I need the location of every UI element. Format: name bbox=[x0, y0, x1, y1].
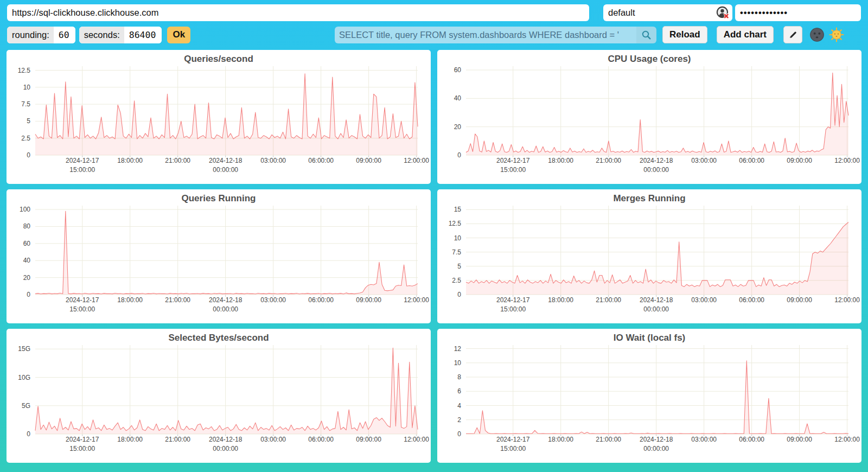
chart-plot-io-wait-local-fs[interactable]: 2024-12-1715:00:0018:00:0021:00:002024-1… bbox=[437, 329, 861, 463]
svg-text:40: 40 bbox=[23, 257, 31, 264]
chart-card-cpu-usage-cores: CPU Usage (cores)2024-12-1715:00:0018:00… bbox=[437, 50, 861, 184]
svg-text:0: 0 bbox=[27, 151, 30, 159]
svg-text:21:00:00: 21:00:00 bbox=[165, 157, 190, 164]
svg-text:15:00:00: 15:00:00 bbox=[500, 166, 526, 174]
svg-text:10: 10 bbox=[454, 359, 462, 367]
svg-text:03:00:00: 03:00:00 bbox=[691, 436, 717, 443]
toolbar-row: rounding: 60 seconds: 86400 Ok Reload Ad… bbox=[0, 21, 868, 43]
svg-text:2.5: 2.5 bbox=[452, 277, 461, 284]
chart-plot-queries-second[interactable]: 2024-12-1715:00:0018:00:0021:00:002024-1… bbox=[7, 50, 431, 184]
svg-text:00:00:00: 00:00:00 bbox=[213, 445, 238, 452]
sun-face-icon bbox=[829, 27, 844, 42]
svg-text:09:00:00: 09:00:00 bbox=[356, 296, 381, 304]
reload-button[interactable]: Reload bbox=[662, 26, 707, 43]
svg-text:2024-12-17: 2024-12-17 bbox=[496, 157, 530, 164]
svg-text:21:00:00: 21:00:00 bbox=[596, 436, 621, 443]
svg-text:15:00:00: 15:00:00 bbox=[69, 166, 95, 174]
svg-text:60: 60 bbox=[23, 240, 31, 247]
svg-text:2024-12-18: 2024-12-18 bbox=[640, 436, 673, 443]
svg-text:2024-12-17: 2024-12-17 bbox=[496, 296, 530, 304]
user-input[interactable] bbox=[603, 4, 732, 21]
url-input[interactable] bbox=[7, 4, 589, 21]
password-input[interactable] bbox=[735, 4, 861, 21]
seconds-field: seconds: 86400 bbox=[79, 27, 162, 43]
svg-text:2024-12-17: 2024-12-17 bbox=[496, 436, 530, 443]
svg-text:15:00:00: 15:00:00 bbox=[500, 305, 526, 313]
svg-text:12:00:00: 12:00:00 bbox=[404, 157, 429, 164]
svg-text:2024-12-18: 2024-12-18 bbox=[209, 157, 242, 164]
pencil-icon bbox=[788, 30, 798, 40]
chart-plot-merges-running[interactable]: 2024-12-1715:00:0018:00:0021:00:002024-1… bbox=[437, 189, 861, 323]
dark-theme-button[interactable] bbox=[809, 27, 825, 42]
svg-text:12:00:00: 12:00:00 bbox=[404, 296, 429, 304]
svg-text:06:00:00: 06:00:00 bbox=[308, 296, 334, 304]
svg-text:18:00:00: 18:00:00 bbox=[117, 157, 143, 164]
svg-text:0: 0 bbox=[457, 151, 461, 159]
svg-text:06:00:00: 06:00:00 bbox=[739, 157, 764, 164]
chart-plot-queries-running[interactable]: 2024-12-1715:00:0018:00:0021:00:002024-1… bbox=[7, 189, 431, 323]
add-chart-button[interactable]: Add chart bbox=[717, 26, 774, 43]
svg-text:03:00:00: 03:00:00 bbox=[691, 296, 717, 304]
svg-text:03:00:00: 03:00:00 bbox=[691, 157, 717, 164]
seconds-label: seconds: bbox=[79, 27, 124, 43]
ok-button[interactable]: Ok bbox=[167, 27, 190, 43]
rounding-value-input[interactable]: 60 bbox=[54, 27, 75, 43]
svg-text:12.5: 12.5 bbox=[449, 220, 462, 227]
svg-text:00:00:00: 00:00:00 bbox=[643, 445, 669, 452]
search-button[interactable] bbox=[636, 27, 656, 43]
chart-plot-selected-bytes-second[interactable]: 2024-12-1715:00:0018:00:0021:00:002024-1… bbox=[7, 329, 431, 463]
svg-text:15: 15 bbox=[454, 206, 462, 213]
svg-text:06:00:00: 06:00:00 bbox=[308, 157, 334, 164]
svg-text:03:00:00: 03:00:00 bbox=[260, 296, 286, 304]
svg-text:06:00:00: 06:00:00 bbox=[308, 436, 334, 443]
svg-text:18:00:00: 18:00:00 bbox=[548, 157, 573, 164]
svg-text:10: 10 bbox=[23, 84, 31, 91]
svg-text:21:00:00: 21:00:00 bbox=[165, 296, 190, 304]
user-field-wrap bbox=[603, 4, 732, 21]
query-search-wrap bbox=[335, 27, 656, 43]
svg-text:20: 20 bbox=[454, 123, 462, 131]
svg-text:5: 5 bbox=[457, 263, 461, 270]
svg-text:0: 0 bbox=[457, 430, 461, 438]
charts-grid: Queries/second2024-12-1715:00:0018:00:00… bbox=[0, 43, 868, 463]
magnifier-icon bbox=[641, 30, 652, 40]
svg-text:0: 0 bbox=[457, 291, 461, 298]
svg-text:20: 20 bbox=[23, 274, 31, 282]
svg-text:00:00:00: 00:00:00 bbox=[643, 166, 669, 174]
chart-card-queries-running: Queries Running2024-12-1715:00:0018:00:0… bbox=[7, 189, 431, 323]
chart-card-merges-running: Merges Running2024-12-1715:00:0018:00:00… bbox=[437, 189, 861, 323]
svg-text:10G: 10G bbox=[18, 374, 30, 381]
svg-text:6: 6 bbox=[457, 387, 461, 395]
svg-text:15:00:00: 15:00:00 bbox=[69, 305, 95, 313]
svg-text:15G: 15G bbox=[18, 345, 30, 353]
svg-text:09:00:00: 09:00:00 bbox=[787, 436, 812, 443]
svg-text:03:00:00: 03:00:00 bbox=[260, 157, 286, 164]
svg-text:12.5: 12.5 bbox=[18, 67, 31, 74]
svg-text:21:00:00: 21:00:00 bbox=[596, 296, 621, 304]
seconds-value-input[interactable]: 86400 bbox=[124, 27, 162, 43]
svg-text:12:00:00: 12:00:00 bbox=[404, 436, 429, 443]
svg-text:18:00:00: 18:00:00 bbox=[117, 436, 143, 443]
user-x-icon[interactable] bbox=[716, 6, 730, 20]
svg-text:15:00:00: 15:00:00 bbox=[69, 445, 95, 452]
svg-text:09:00:00: 09:00:00 bbox=[787, 157, 812, 164]
light-theme-button[interactable] bbox=[829, 27, 844, 42]
svg-text:2024-12-17: 2024-12-17 bbox=[66, 436, 99, 443]
rounding-label: rounding: bbox=[7, 27, 54, 43]
chart-plot-cpu-usage-cores[interactable]: 2024-12-1715:00:0018:00:0021:00:002024-1… bbox=[437, 50, 861, 184]
svg-text:5: 5 bbox=[27, 117, 30, 125]
edit-button[interactable] bbox=[783, 26, 802, 43]
svg-text:18:00:00: 18:00:00 bbox=[548, 436, 573, 443]
svg-text:8: 8 bbox=[457, 373, 461, 381]
svg-text:00:00:00: 00:00:00 bbox=[643, 305, 669, 313]
chart-card-io-wait-local-fs: IO Wait (local fs)2024-12-1715:00:0018:0… bbox=[437, 329, 861, 463]
svg-text:03:00:00: 03:00:00 bbox=[260, 436, 286, 443]
svg-text:09:00:00: 09:00:00 bbox=[356, 436, 381, 443]
svg-text:12:00:00: 12:00:00 bbox=[834, 157, 860, 164]
svg-text:2.5: 2.5 bbox=[21, 135, 30, 142]
svg-text:7.5: 7.5 bbox=[452, 248, 461, 256]
svg-text:2: 2 bbox=[457, 416, 461, 424]
svg-text:2024-12-18: 2024-12-18 bbox=[640, 157, 673, 164]
svg-text:06:00:00: 06:00:00 bbox=[739, 296, 764, 304]
query-input[interactable] bbox=[335, 27, 636, 43]
